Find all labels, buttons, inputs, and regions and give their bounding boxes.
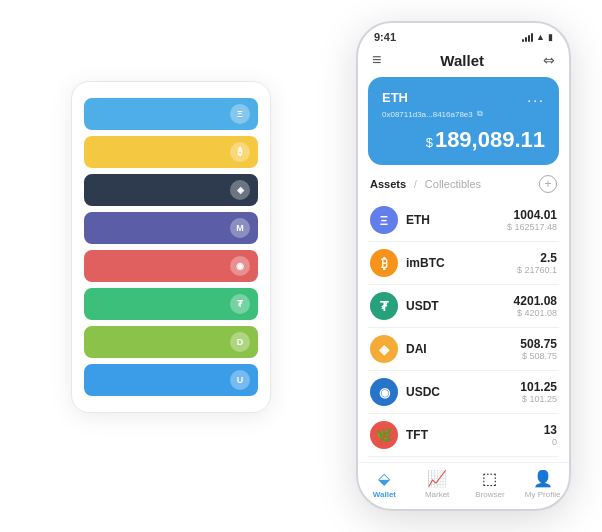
asset-amount-primary: 2.5 bbox=[517, 251, 557, 265]
stack-row-icon: D bbox=[230, 332, 250, 352]
nav-label: Browser bbox=[475, 490, 504, 499]
asset-name: USDC bbox=[406, 385, 520, 399]
asset-amount-secondary: 0 bbox=[544, 437, 557, 447]
battery-icon: ▮ bbox=[548, 32, 553, 42]
tab-divider: / bbox=[414, 179, 417, 190]
menu-icon[interactable]: ≡ bbox=[372, 51, 381, 69]
phone-content: ETH ... 0x08711d3a...8416a78e3 ⧉ $189,08… bbox=[358, 77, 569, 462]
stack-row-icon: ₿ bbox=[230, 142, 250, 162]
asset-amounts: 1004.01$ 162517.48 bbox=[507, 208, 557, 232]
asset-amount-primary: 13 bbox=[544, 423, 557, 437]
phone-frame: 9:41 ▲ ▮ ≡ Wallet ⇔ ETH bbox=[356, 21, 571, 511]
card-stack: Ξ₿◈M◉₮DU bbox=[71, 81, 271, 413]
asset-amount-secondary: $ 101.25 bbox=[520, 394, 557, 404]
bottom-nav: ⬙Wallet📈Market⬚Browser👤My Profile bbox=[358, 462, 569, 509]
eth-card-label: ETH bbox=[382, 90, 408, 105]
asset-row[interactable]: ◉USDC101.25$ 101.25 bbox=[368, 371, 559, 414]
status-bar: 9:41 ▲ ▮ bbox=[358, 23, 569, 47]
status-icons: ▲ ▮ bbox=[522, 32, 553, 42]
asset-name: USDT bbox=[406, 299, 514, 313]
copy-icon[interactable]: ⧉ bbox=[477, 109, 483, 119]
asset-amount-primary: 508.75 bbox=[520, 337, 557, 351]
stack-row: D bbox=[84, 326, 258, 358]
asset-icon: 🌿 bbox=[370, 421, 398, 449]
nav-icon: 📈 bbox=[427, 469, 447, 488]
stack-row: ₿ bbox=[84, 136, 258, 168]
asset-amount-primary: 1004.01 bbox=[507, 208, 557, 222]
asset-amounts: 4201.08$ 4201.08 bbox=[514, 294, 557, 318]
stack-row: ◈ bbox=[84, 174, 258, 206]
stack-row: M bbox=[84, 212, 258, 244]
assets-header: Assets / Collectibles + bbox=[368, 175, 559, 193]
wifi-icon: ▲ bbox=[536, 32, 545, 42]
asset-name: imBTC bbox=[406, 256, 517, 270]
asset-icon: ₮ bbox=[370, 292, 398, 320]
nav-icon: 👤 bbox=[533, 469, 553, 488]
nav-label: Wallet bbox=[373, 490, 396, 499]
asset-amount-secondary: $ 508.75 bbox=[520, 351, 557, 361]
asset-amount-primary: 4201.08 bbox=[514, 294, 557, 308]
stack-row: ◉ bbox=[84, 250, 258, 282]
asset-row[interactable]: ΞETH1004.01$ 162517.48 bbox=[368, 199, 559, 242]
stack-row-icon: M bbox=[230, 218, 250, 238]
asset-icon: ₿ bbox=[370, 249, 398, 277]
asset-name: TFT bbox=[406, 428, 544, 442]
asset-list: ΞETH1004.01$ 162517.48₿imBTC2.5$ 21760.1… bbox=[368, 199, 559, 457]
signal-icon bbox=[522, 33, 533, 42]
stack-row: Ξ bbox=[84, 98, 258, 130]
stack-row-icon: Ξ bbox=[230, 104, 250, 124]
asset-amount-primary: 101.25 bbox=[520, 380, 557, 394]
app-header: ≡ Wallet ⇔ bbox=[358, 47, 569, 77]
asset-amounts: 130 bbox=[544, 423, 557, 447]
asset-name: ETH bbox=[406, 213, 507, 227]
nav-item-my-profile[interactable]: 👤My Profile bbox=[516, 469, 569, 499]
status-time: 9:41 bbox=[374, 31, 396, 43]
asset-amounts: 2.5$ 21760.1 bbox=[517, 251, 557, 275]
nav-item-market[interactable]: 📈Market bbox=[411, 469, 464, 499]
asset-row[interactable]: ₿imBTC2.5$ 21760.1 bbox=[368, 242, 559, 285]
stack-row: ₮ bbox=[84, 288, 258, 320]
asset-icon: ◉ bbox=[370, 378, 398, 406]
eth-card: ETH ... 0x08711d3a...8416a78e3 ⧉ $189,08… bbox=[368, 77, 559, 165]
asset-amounts: 101.25$ 101.25 bbox=[520, 380, 557, 404]
nav-label: Market bbox=[425, 490, 449, 499]
asset-name: DAI bbox=[406, 342, 520, 356]
nav-item-wallet[interactable]: ⬙Wallet bbox=[358, 469, 411, 499]
eth-card-header: ETH ... bbox=[382, 89, 545, 105]
asset-amounts: 508.75$ 508.75 bbox=[520, 337, 557, 361]
eth-balance: $189,089.11 bbox=[382, 127, 545, 153]
stack-row-icon: U bbox=[230, 370, 250, 390]
assets-tab[interactable]: Assets bbox=[370, 178, 406, 190]
page-title: Wallet bbox=[440, 52, 484, 69]
asset-amount-secondary: $ 21760.1 bbox=[517, 265, 557, 275]
eth-card-menu[interactable]: ... bbox=[527, 89, 545, 105]
stack-row-icon: ◈ bbox=[230, 180, 250, 200]
asset-row[interactable]: ◈DAI508.75$ 508.75 bbox=[368, 328, 559, 371]
asset-row[interactable]: 🌿TFT130 bbox=[368, 414, 559, 457]
add-asset-button[interactable]: + bbox=[539, 175, 557, 193]
eth-address: 0x08711d3a...8416a78e3 ⧉ bbox=[382, 109, 545, 119]
nav-icon: ⬚ bbox=[482, 469, 497, 488]
nav-label: My Profile bbox=[525, 490, 561, 499]
asset-amount-secondary: $ 4201.08 bbox=[514, 308, 557, 318]
asset-row[interactable]: ₮USDT4201.08$ 4201.08 bbox=[368, 285, 559, 328]
scene: Ξ₿◈M◉₮DU 9:41 ▲ ▮ ≡ Wallet ⇔ bbox=[11, 11, 591, 521]
asset-icon: Ξ bbox=[370, 206, 398, 234]
stack-row-icon: ◉ bbox=[230, 256, 250, 276]
stack-row-icon: ₮ bbox=[230, 294, 250, 314]
nav-icon: ⬙ bbox=[378, 469, 390, 488]
stack-row: U bbox=[84, 364, 258, 396]
nav-item-browser[interactable]: ⬚Browser bbox=[464, 469, 517, 499]
assets-tabs: Assets / Collectibles bbox=[370, 178, 481, 190]
asset-amount-secondary: $ 162517.48 bbox=[507, 222, 557, 232]
scan-icon[interactable]: ⇔ bbox=[543, 52, 555, 68]
collectibles-tab[interactable]: Collectibles bbox=[425, 178, 481, 190]
asset-icon: ◈ bbox=[370, 335, 398, 363]
